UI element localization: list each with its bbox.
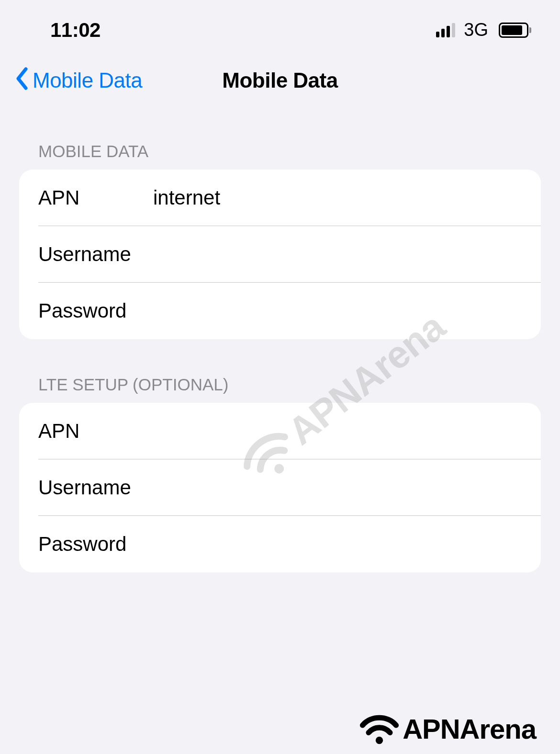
row-username[interactable]: Username <box>19 226 541 283</box>
svg-point-1 <box>376 737 383 744</box>
password-label: Password <box>38 299 153 322</box>
section-lte-setup: APN Username Password <box>19 403 541 572</box>
status-bar: 11:02 3G <box>0 0 560 53</box>
status-time: 11:02 <box>50 19 101 42</box>
back-label: Mobile Data <box>33 69 142 92</box>
username-input[interactable] <box>153 243 522 266</box>
username-label: Username <box>38 243 153 266</box>
password-input[interactable] <box>153 299 522 322</box>
lte-password-input[interactable] <box>153 533 522 556</box>
apn-input[interactable] <box>153 186 522 209</box>
lte-username-input[interactable] <box>153 476 522 499</box>
page-title: Mobile Data <box>222 69 337 92</box>
network-type: 3G <box>464 20 488 40</box>
footer-logo-text: APNArena <box>403 713 536 745</box>
lte-apn-label: APN <box>38 420 153 443</box>
row-lte-apn[interactable]: APN <box>19 403 541 459</box>
lte-password-label: Password <box>38 533 153 556</box>
row-lte-password[interactable]: Password <box>19 516 541 572</box>
row-apn[interactable]: APN <box>19 170 541 226</box>
apn-label: APN <box>38 186 153 209</box>
signal-icon <box>436 23 455 37</box>
footer-logo: APNArena <box>359 712 536 745</box>
navigation-bar: Mobile Data Mobile Data <box>0 53 560 113</box>
chevron-left-icon <box>14 67 29 94</box>
status-indicators: 3G <box>436 20 531 40</box>
lte-username-label: Username <box>38 476 153 499</box>
wifi-icon <box>359 712 400 745</box>
row-lte-username[interactable]: Username <box>19 459 541 516</box>
row-password[interactable]: Password <box>19 283 541 339</box>
battery-icon <box>499 23 531 38</box>
section-header-mobile-data: MOBILE DATA <box>19 113 541 170</box>
content-area: MOBILE DATA APN Username Password LTE SE… <box>0 113 560 572</box>
section-mobile-data: APN Username Password <box>19 170 541 339</box>
lte-apn-input[interactable] <box>153 420 522 443</box>
section-header-lte: LTE SETUP (OPTIONAL) <box>19 339 541 403</box>
back-button[interactable]: Mobile Data <box>14 67 142 94</box>
